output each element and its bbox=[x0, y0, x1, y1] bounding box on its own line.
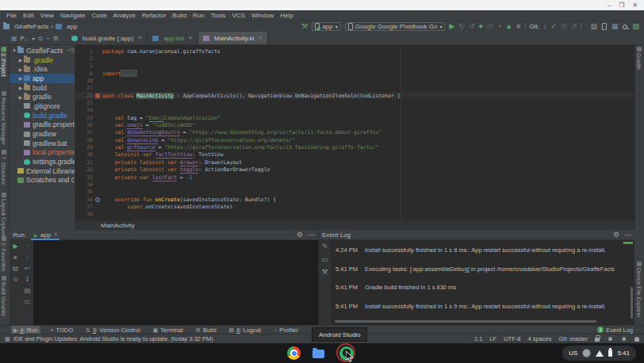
menu-run[interactable]: Run bbox=[190, 12, 208, 19]
chrome-icon[interactable] bbox=[287, 346, 301, 360]
soft-wrap-icon[interactable]: ↩ bbox=[25, 265, 30, 272]
build-hammer-icon[interactable]: ⚒ bbox=[301, 23, 308, 30]
settings-gear-icon[interactable]: ⚙ bbox=[297, 231, 303, 239]
close-icon[interactable]: ✕ bbox=[53, 231, 58, 238]
readonly-lock-icon[interactable] bbox=[595, 338, 600, 342]
code-line[interactable]: 34 bbox=[75, 181, 634, 188]
prev-occurrence-icon[interactable]: ↑ bbox=[26, 243, 29, 250]
window-restore-button[interactable]: ❐ bbox=[619, 2, 624, 9]
print-icon[interactable]: ▤ bbox=[25, 287, 31, 294]
menu-view[interactable]: View bbox=[37, 12, 57, 19]
code-line[interactable]: 36↑ override fun onCreate(savedInstanceS… bbox=[75, 196, 634, 203]
close-icon[interactable]: ✕ bbox=[137, 35, 142, 41]
vertical-scrollbar[interactable] bbox=[631, 287, 633, 319]
next-occurrence-icon[interactable]: ↓ bbox=[26, 254, 29, 261]
toolwindow-stripe-gradle[interactable]: Gradle bbox=[636, 47, 642, 70]
toolwindow-stripe-7-structure[interactable]: 7: Structure bbox=[1, 150, 6, 185]
mark-all-read-icon[interactable]: ✎ bbox=[322, 243, 328, 250]
code-line[interactable]: 28 val donateLink = "https://giraffecons… bbox=[75, 136, 634, 143]
editor-breadcrumb[interactable]: MainActivity bbox=[75, 220, 634, 230]
code-line[interactable]: 38 bbox=[75, 211, 634, 218]
run-tab-app[interactable]: ▲ app ✕ bbox=[29, 230, 61, 240]
code-line[interactable]: 31 private lateinit var drawer: DrawerLa… bbox=[75, 159, 634, 166]
menu-navigate[interactable]: Navigate bbox=[57, 12, 89, 19]
status-lf[interactable]: LF bbox=[489, 335, 496, 342]
event-log-settings-icon[interactable]: ⚒ bbox=[321, 269, 328, 276]
toolwindow-toggle-icon[interactable]: ▩ bbox=[5, 335, 10, 342]
tree-item-local-properties[interactable]: local.properties bbox=[10, 148, 75, 158]
scroll-to-end-icon[interactable]: ↧ bbox=[25, 276, 30, 283]
toolwindow-build-button[interactable]: ⚒Build bbox=[194, 326, 219, 334]
tree-item-giraffefacts[interactable]: ▼GiraffeFacts~/S bbox=[10, 46, 75, 55]
toolwindow-todo-button[interactable]: ≡TODO bbox=[48, 326, 76, 334]
project-view-selector[interactable]: P... bbox=[21, 35, 29, 42]
attach-profiler-icon[interactable]: ◷ bbox=[487, 23, 493, 30]
hide-icon[interactable]: — bbox=[308, 231, 315, 239]
code-line[interactable]: 4import ... bbox=[75, 70, 634, 77]
close-icon[interactable]: ✕ bbox=[259, 35, 263, 41]
search-everywhere-icon[interactable] bbox=[623, 25, 627, 29]
highlight-level-icon[interactable]: ☻ bbox=[607, 335, 613, 342]
clear-log-icon[interactable]: ▭ bbox=[321, 256, 328, 263]
menu-code[interactable]: Code bbox=[88, 12, 109, 19]
git-rollback-icon[interactable]: ↺ bbox=[571, 23, 577, 30]
run-icon[interactable]: ▶ bbox=[449, 23, 454, 30]
toolwindow-run-button[interactable]: ▶4: Run bbox=[11, 326, 40, 334]
toolwindow-stripe-2-favorites[interactable]: 2: Favorites bbox=[1, 236, 6, 272]
toolwindow-stripe-resource-manager[interactable]: Resource Manager bbox=[1, 91, 6, 145]
tree-item-gradle-propert[interactable]: gradle.propert bbox=[10, 120, 75, 130]
avd-manager-icon[interactable] bbox=[602, 23, 607, 30]
toolwindow-event-log-button[interactable]: 1 Event Log bbox=[597, 327, 633, 334]
clear-all-icon[interactable]: ▭ bbox=[25, 298, 31, 305]
tree-item-settings-gradle[interactable]: settings.gradle bbox=[10, 157, 75, 166]
code-line[interactable]: 23 bbox=[75, 99, 634, 106]
menu-tools[interactable]: Tools bbox=[208, 12, 229, 19]
tree-item-gradlew[interactable]: gradlew bbox=[10, 129, 75, 139]
git-history-icon[interactable]: ◷ bbox=[561, 23, 567, 30]
status-message[interactable]: IDE and Plugin Updates: Android Studio i… bbox=[13, 335, 213, 342]
breadcrumb-project[interactable]: GiraffeFacts bbox=[14, 23, 48, 30]
code-line[interactable]: 26 val emoji = "\ud83e\udd92" bbox=[75, 121, 634, 128]
restore-layout-icon[interactable]: ▤ bbox=[13, 265, 19, 272]
menu-file[interactable]: File bbox=[3, 12, 20, 19]
code-line[interactable]: 25 val tag = "EmojiCompatApplication" bbox=[75, 114, 634, 121]
code-line[interactable]: 21 bbox=[75, 85, 634, 92]
status-4-spaces[interactable]: 4 spaces bbox=[527, 335, 551, 342]
code-line[interactable]: 37 super.onCreate(savedInstanceState) bbox=[75, 203, 634, 210]
menu-edit[interactable]: Edit bbox=[20, 12, 37, 19]
notifications-icon[interactable] bbox=[634, 337, 639, 342]
layout-inspector-icon[interactable]: ▨ bbox=[632, 23, 639, 30]
status-git-master[interactable]: Git: master bbox=[558, 335, 588, 342]
code-line[interactable]: 3 bbox=[75, 63, 634, 70]
code-line[interactable]: 30 lateinit var factTextView: TextView bbox=[75, 151, 634, 159]
pin-icon[interactable]: ⊙ bbox=[13, 276, 18, 283]
tab-mainactivity-kt[interactable]: MainActivity.kt✕ bbox=[198, 32, 268, 44]
tree-item--gradle[interactable]: ▶.gradle bbox=[10, 55, 75, 65]
tree-item-build-gradle[interactable]: build.gradle bbox=[10, 111, 75, 120]
run-android-icon[interactable]: ▲ bbox=[505, 23, 512, 30]
tree-item--gitignore[interactable]: .gitignore bbox=[10, 101, 75, 111]
menu-refactor[interactable]: Refactor bbox=[139, 12, 169, 19]
window-minimize-button[interactable]: – bbox=[608, 2, 611, 9]
code-line[interactable]: 2 bbox=[75, 55, 634, 62]
code-line[interactable]: 32 private lateinit var toggle: ActionBa… bbox=[75, 166, 634, 174]
tree-item-external-libraries[interactable]: External Libraries bbox=[10, 166, 75, 176]
git-update-icon[interactable]: ↓ bbox=[543, 23, 547, 30]
stop-icon[interactable]: ■ bbox=[516, 23, 520, 30]
code-line[interactable]: 24 bbox=[75, 107, 634, 114]
toolwindow-stripe-layout-captures[interactable]: Layout Captures bbox=[1, 193, 6, 239]
profiler-gauge-icon[interactable]: ◔ bbox=[497, 23, 501, 30]
window-close-button[interactable]: ✕ bbox=[632, 2, 638, 9]
tree-item-app[interactable]: ▶app bbox=[10, 74, 75, 83]
locate-file-icon[interactable]: ⊙ bbox=[38, 35, 44, 42]
override-marker-icon[interactable]: ↑ bbox=[95, 197, 100, 202]
menu-analyze[interactable]: Analyze bbox=[110, 12, 139, 19]
toolwindow-version-control-button[interactable]: ⇅9: Version Control bbox=[83, 326, 143, 334]
class-run-marker-icon[interactable] bbox=[95, 94, 100, 98]
close-icon[interactable]: ✕ bbox=[188, 35, 193, 41]
code-line[interactable]: 29 val gcfSource = "https://giraffeconse… bbox=[75, 143, 634, 151]
tree-item-gradle[interactable]: ▶gradle bbox=[10, 92, 75, 101]
hide-icon[interactable]: — bbox=[624, 231, 631, 239]
breadcrumb-module[interactable]: app bbox=[67, 23, 77, 30]
status-1-1[interactable]: 1:1 bbox=[474, 335, 482, 342]
